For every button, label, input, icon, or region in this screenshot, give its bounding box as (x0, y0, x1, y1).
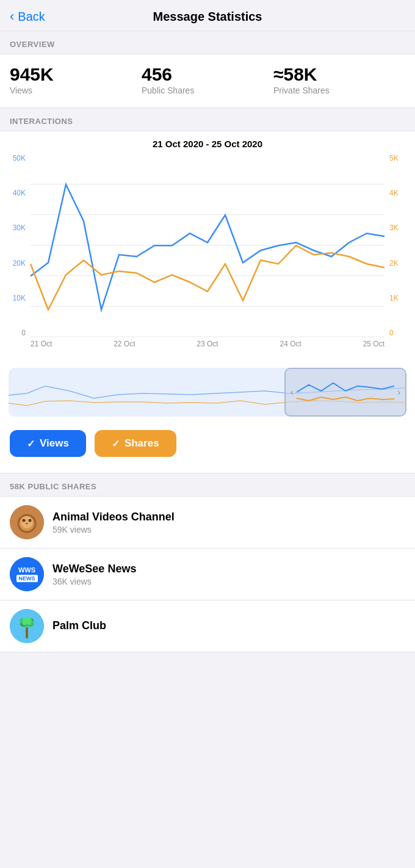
svg-point-6 (29, 519, 32, 522)
avatar (10, 609, 44, 643)
y-right-4k: 4K (387, 189, 415, 197)
svg-point-2 (21, 516, 33, 528)
list-item[interactable]: WWS NEWS WeWeSee News 36K views (0, 549, 415, 600)
interactions-section-header: INTERACTIONS (0, 108, 415, 131)
channel-info: Animal Videos Channel 59K views (52, 511, 405, 534)
stat-public-shares: 456 Public Shares (142, 64, 273, 95)
y-right-1k: 1K (387, 294, 415, 302)
y-right-5k: 5K (387, 154, 415, 162)
chevron-left-icon: ‹ (10, 9, 14, 24)
y-right-2k: 2K (387, 259, 415, 268)
shares-check-icon: ✓ (112, 438, 120, 450)
chart-area (31, 154, 384, 337)
palm-avatar-icon (10, 609, 44, 643)
x-label-21oct: 21 Oct (31, 340, 52, 348)
mini-nav-right-icon[interactable]: › (397, 387, 400, 397)
views-button[interactable]: ✓ Views (10, 430, 86, 457)
stat-views-label: Views (10, 86, 142, 95)
shares-button[interactable]: ✓ Shares (95, 430, 176, 457)
mini-nav-left-icon[interactable]: ‹ (290, 387, 294, 397)
svg-point-7 (26, 523, 28, 525)
public-shares-list: Animal Videos Channel 59K views WWS NEWS… (0, 496, 415, 652)
channel-views: 59K views (52, 525, 405, 534)
back-button[interactable]: ‹ Back (10, 9, 45, 24)
list-item[interactable]: Animal Videos Channel 59K views (0, 497, 415, 549)
overview-stats: 945K Views 456 Public Shares ≈58K Privat… (0, 54, 415, 108)
avatar (10, 505, 44, 539)
svg-rect-10 (26, 627, 28, 638)
views-check-icon: ✓ (27, 438, 35, 450)
channel-views: 36K views (52, 577, 405, 586)
stat-private-shares-value: ≈58K (273, 64, 405, 84)
y-axis-right: 0 1K 2K 3K 4K 5K (387, 154, 415, 337)
y-left-10k: 10K (0, 294, 28, 302)
animal-avatar-icon (10, 505, 44, 539)
chart-container: 0 10K 20K 30K 40K 50K (0, 154, 415, 362)
list-item[interactable]: Palm Club (0, 600, 415, 652)
button-row: ✓ Views ✓ Shares (0, 423, 415, 467)
y-left-30k: 30K (0, 224, 28, 232)
back-label: Back (18, 10, 45, 24)
y-left-0: 0 (0, 329, 28, 337)
channel-info: WeWeSee News 36K views (52, 563, 405, 586)
channel-info: Palm Club (52, 619, 405, 633)
x-axis: 21 Oct 22 Oct 23 Oct 24 Oct 25 Oct (31, 337, 384, 348)
overview-section-header: OVERVIEW (0, 31, 415, 54)
y-axis-left: 0 10K 20K 30K 40K 50K (0, 154, 28, 337)
stat-views: 945K Views (10, 64, 142, 95)
shares-button-label: Shares (125, 437, 159, 450)
y-left-50k: 50K (0, 154, 28, 162)
header: ‹ Back Message Statistics (0, 0, 415, 31)
stat-views-value: 945K (10, 64, 142, 84)
channel-name: Palm Club (52, 619, 405, 632)
x-label-24oct: 24 Oct (280, 340, 301, 348)
y-right-0: 0 (387, 329, 415, 337)
public-shares-section-header: 58K PUBLIC SHARES (0, 473, 415, 496)
x-label-22oct: 22 Oct (114, 340, 135, 348)
interactions-section: 21 Oct 2020 - 25 Oct 2020 0 10K 20K 30K … (0, 131, 415, 473)
wws-logo: WWS NEWS (10, 557, 44, 591)
stat-public-shares-label: Public Shares (142, 86, 273, 95)
stat-private-shares-label: Private Shares (273, 86, 405, 95)
svg-point-5 (23, 519, 26, 522)
avatar: WWS NEWS (10, 557, 44, 591)
y-left-20k: 20K (0, 259, 28, 268)
y-left-40k: 40K (0, 189, 28, 197)
y-right-3k: 3K (387, 224, 415, 232)
chart-title: 21 Oct 2020 - 25 Oct 2020 (0, 131, 415, 154)
views-button-label: Views (40, 437, 69, 450)
x-label-25oct: 25 Oct (363, 340, 384, 348)
mini-chart[interactable]: ‹ › (9, 368, 406, 417)
stat-private-shares: ≈58K Private Shares (273, 64, 405, 95)
orange-line (31, 246, 384, 310)
chart-svg (31, 154, 384, 337)
stat-public-shares-value: 456 (142, 64, 273, 84)
page-title: Message Statistics (153, 10, 262, 24)
x-label-23oct: 23 Oct (197, 340, 218, 348)
mini-chart-selector[interactable]: ‹ › (284, 368, 406, 417)
channel-name: Animal Videos Channel (52, 511, 405, 523)
channel-name: WeWeSee News (52, 563, 405, 575)
mini-selector-chart (297, 374, 394, 410)
